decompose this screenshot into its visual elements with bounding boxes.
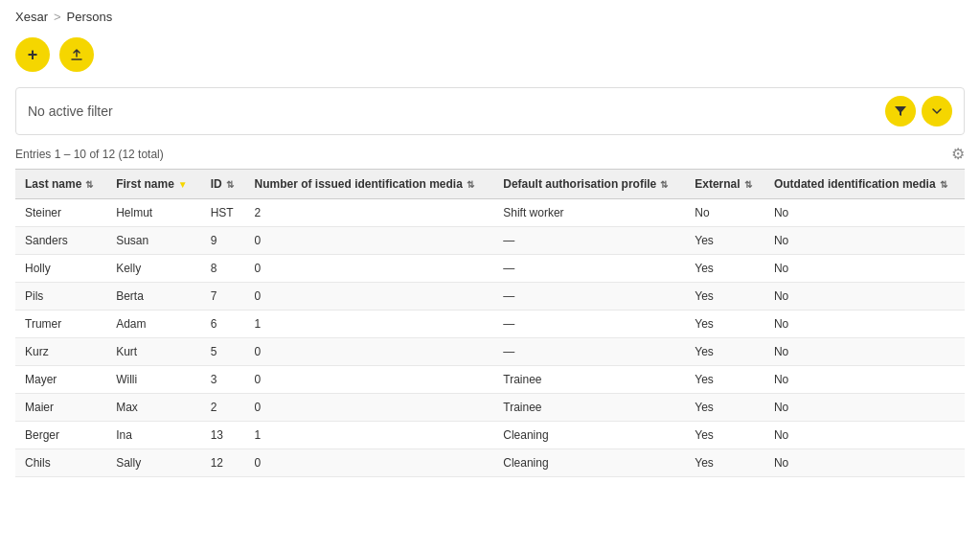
- filter-button[interactable]: [885, 96, 916, 126]
- cell-outdated_media: No: [764, 310, 965, 338]
- cell-external: Yes: [685, 227, 764, 255]
- cell-external: Yes: [685, 449, 764, 477]
- cell-first_name: Ina: [106, 422, 201, 449]
- toolbar: +: [15, 37, 965, 72]
- cell-auth_profile: —: [493, 227, 685, 255]
- settings-icon[interactable]: ⚙: [951, 145, 965, 163]
- filter-actions: [885, 96, 952, 126]
- table-row[interactable]: HollyKelly80—YesNo: [15, 255, 965, 283]
- persons-table: Last name⇅First name▼ID⇅Number of issued…: [15, 169, 965, 477]
- table-row[interactable]: TrumerAdam61—YesNo: [15, 310, 965, 338]
- cell-issued_media: 0: [245, 338, 494, 366]
- cell-outdated_media: No: [764, 227, 965, 255]
- cell-id: 13: [201, 422, 245, 449]
- col-external[interactable]: External⇅: [685, 170, 764, 199]
- col-issued_media[interactable]: Number of issued identification media⇅: [245, 170, 494, 199]
- cell-first_name: Kurt: [106, 338, 201, 366]
- cell-outdated_media: No: [764, 366, 965, 394]
- cell-id: 7: [201, 283, 245, 310]
- cell-outdated_media: No: [764, 394, 965, 422]
- cell-external: Yes: [685, 422, 764, 449]
- chevron-down-icon: [930, 104, 944, 118]
- col-auth_profile[interactable]: Default authorisation profile⇅: [493, 170, 685, 199]
- sort-icon: ⇅: [85, 179, 93, 190]
- table-row[interactable]: SandersSusan90—YesNo: [15, 227, 965, 255]
- cell-external: Yes: [685, 338, 764, 366]
- cell-last_name: Chils: [15, 449, 106, 477]
- sort-icon: ⇅: [744, 179, 752, 190]
- cell-outdated_media: No: [764, 422, 965, 449]
- sort-icon: ▼: [178, 179, 188, 190]
- cell-first_name: Adam: [106, 310, 201, 338]
- cell-external: Yes: [685, 366, 764, 394]
- cell-external: Yes: [685, 283, 764, 310]
- cell-first_name: Kelly: [106, 255, 201, 283]
- filter-icon: [894, 104, 907, 118]
- cell-outdated_media: No: [764, 338, 965, 366]
- collapse-button[interactable]: [922, 96, 952, 126]
- cell-last_name: Maier: [15, 394, 106, 422]
- cell-issued_media: 0: [245, 394, 494, 422]
- cell-id: 8: [201, 255, 245, 283]
- cell-first_name: Helmut: [106, 199, 201, 227]
- cell-outdated_media: No: [764, 449, 965, 477]
- cell-external: Yes: [685, 394, 764, 422]
- col-last_name[interactable]: Last name⇅: [15, 170, 106, 199]
- cell-outdated_media: No: [764, 255, 965, 283]
- cell-first_name: Susan: [106, 227, 201, 255]
- filter-bar: No active filter: [15, 87, 965, 135]
- cell-auth_profile: —: [493, 255, 685, 283]
- cell-issued_media: 0: [245, 227, 494, 255]
- cell-auth_profile: Trainee: [493, 366, 685, 394]
- table-body: SteinerHelmutHST2Shift workerNoNoSanders…: [15, 199, 965, 477]
- col-first_name[interactable]: First name▼: [106, 170, 201, 199]
- breadcrumb-parent[interactable]: Xesar: [15, 10, 48, 24]
- table-header: Last name⇅First name▼ID⇅Number of issued…: [15, 170, 965, 199]
- entries-info: Entries 1 – 10 of 12 (12 total) ⚙: [15, 145, 965, 163]
- cell-first_name: Max: [106, 394, 201, 422]
- cell-first_name: Berta: [106, 283, 201, 310]
- table-row[interactable]: MaierMax20TraineeYesNo: [15, 394, 965, 422]
- cell-issued_media: 0: [245, 449, 494, 477]
- cell-first_name: Willi: [106, 366, 201, 394]
- cell-issued_media: 1: [245, 422, 494, 449]
- cell-issued_media: 0: [245, 255, 494, 283]
- filter-label: No active filter: [28, 104, 113, 119]
- table-row[interactable]: PilsBerta70—YesNo: [15, 283, 965, 310]
- sort-icon: ⇅: [467, 179, 474, 190]
- export-button[interactable]: [59, 37, 94, 72]
- sort-icon: ⇅: [660, 179, 668, 190]
- cell-id: 3: [201, 366, 245, 394]
- cell-auth_profile: Cleaning: [493, 422, 685, 449]
- col-outdated_media[interactable]: Outdated identification media⇅: [764, 170, 965, 199]
- cell-auth_profile: Cleaning: [493, 449, 685, 477]
- cell-auth_profile: —: [493, 310, 685, 338]
- sort-icon: ⇅: [940, 179, 947, 190]
- table-row[interactable]: MayerWilli30TraineeYesNo: [15, 366, 965, 394]
- cell-auth_profile: Trainee: [493, 394, 685, 422]
- sort-icon: ⇅: [226, 179, 234, 190]
- cell-id: HST: [201, 199, 245, 227]
- cell-issued_media: 0: [245, 283, 494, 310]
- cell-last_name: Berger: [15, 422, 106, 449]
- cell-first_name: Sally: [106, 449, 201, 477]
- cell-last_name: Pils: [15, 283, 106, 310]
- table-row[interactable]: KurzKurt50—YesNo: [15, 338, 965, 366]
- cell-issued_media: 2: [245, 199, 494, 227]
- breadcrumb-current: Persons: [67, 10, 113, 24]
- cell-last_name: Holly: [15, 255, 106, 283]
- table-row[interactable]: SteinerHelmutHST2Shift workerNoNo: [15, 199, 965, 227]
- col-id[interactable]: ID⇅: [201, 170, 245, 199]
- table-row[interactable]: ChilsSally120CleaningYesNo: [15, 449, 965, 477]
- cell-last_name: Sanders: [15, 227, 106, 255]
- add-button[interactable]: +: [15, 37, 50, 72]
- cell-issued_media: 1: [245, 310, 494, 338]
- cell-last_name: Trumer: [15, 310, 106, 338]
- breadcrumb: Xesar > Persons: [15, 10, 965, 24]
- cell-auth_profile: Shift worker: [493, 199, 685, 227]
- table-row[interactable]: BergerIna131CleaningYesNo: [15, 422, 965, 449]
- cell-outdated_media: No: [764, 199, 965, 227]
- cell-id: 9: [201, 227, 245, 255]
- cell-issued_media: 0: [245, 366, 494, 394]
- export-icon: [69, 47, 84, 62]
